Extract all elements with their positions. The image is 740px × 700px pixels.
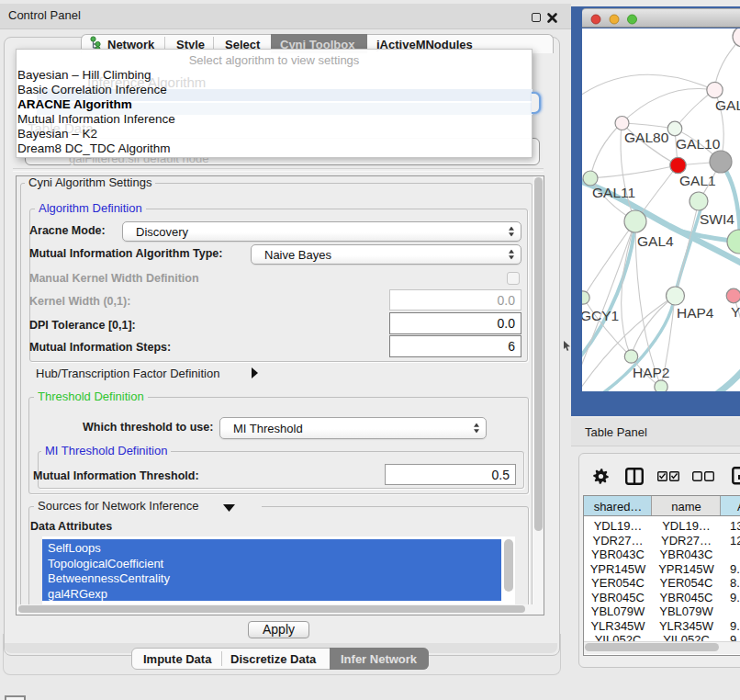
svg-text:GAL11: GAL11 (592, 185, 635, 200)
svg-text:GCY1: GCY1 (582, 308, 619, 323)
svg-text:HAP2: HAP2 (633, 365, 670, 380)
svg-text:GAL80: GAL80 (624, 130, 669, 145)
svg-text:SWI4: SWI4 (700, 211, 734, 227)
svg-text:GAL4: GAL4 (637, 233, 674, 249)
svg-text:GAL1: GAL1 (679, 173, 716, 188)
svg-text:GAL10: GAL10 (676, 136, 721, 152)
svg-text:HAP4: HAP4 (677, 305, 714, 321)
svg-text:Y: Y (731, 304, 740, 320)
svg-text:GAL7: GAL7 (715, 97, 740, 113)
